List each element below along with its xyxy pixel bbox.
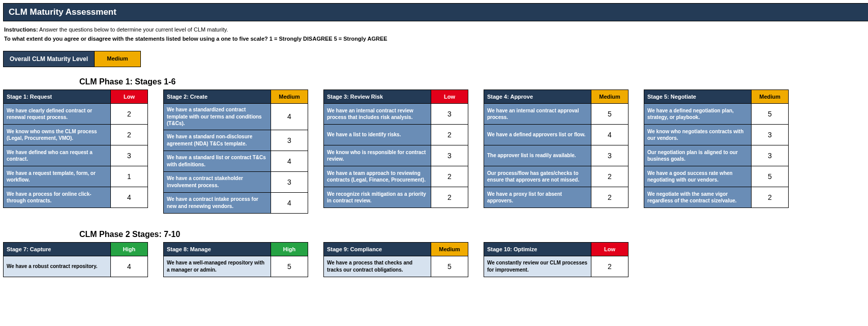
- stage-level-badge: Low: [431, 90, 468, 104]
- question-row: We recognize risk mitigation as a priori…: [324, 187, 468, 208]
- question-text: We have clearly defined contract or rene…: [4, 104, 111, 124]
- question-text: We know who owns the CLM process (Legal,…: [4, 125, 111, 145]
- stage-name: Stage 8: Manage: [164, 243, 271, 256]
- stage-name: Stage 9: Compliance: [324, 243, 431, 256]
- question-text: We have a defined negotiation plan, stra…: [644, 104, 752, 124]
- question-value[interactable]: 2: [111, 125, 147, 145]
- question-value[interactable]: 3: [271, 130, 308, 151]
- question-value[interactable]: 4: [111, 187, 147, 208]
- question-row: We have an internal contract review proc…: [324, 104, 468, 125]
- stage-card: Stage 9: ComplianceMediumWe have a proce…: [323, 242, 468, 277]
- stage-name: Stage 3: Review Risk: [324, 90, 431, 104]
- question-value[interactable]: 4: [271, 104, 308, 130]
- question-value[interactable]: 3: [431, 104, 468, 124]
- stage-name: Stage 2: Create: [164, 90, 271, 104]
- question-text: We have a contract intake process for ne…: [164, 193, 271, 213]
- question-value[interactable]: 2: [431, 187, 468, 208]
- question-text: We know who is responsible for contract …: [324, 145, 431, 166]
- question-row: Our process/flow has gates/checks to ens…: [484, 166, 628, 187]
- question-value[interactable]: 2: [591, 166, 628, 187]
- question-row: We have a contract stakeholder involveme…: [164, 172, 308, 193]
- stage-card: Stage 7: CaptureHighWe have a robust con…: [3, 242, 148, 277]
- question-row: We have a contract intake process for ne…: [164, 193, 308, 213]
- question-value[interactable]: 3: [591, 145, 628, 166]
- instructions-label: Instructions:: [4, 26, 38, 33]
- question-value[interactable]: 5: [271, 256, 308, 277]
- stage-level-badge: Low: [591, 243, 628, 256]
- question-text: The approver list is readily available.: [484, 145, 591, 166]
- question-value[interactable]: 2: [591, 256, 628, 277]
- question-row: We know who negotiates contracts with ou…: [644, 125, 788, 145]
- phase1-row: Stage 1: RequestLowWe have clearly defin…: [3, 90, 868, 214]
- stage-level-badge: Low: [111, 90, 147, 104]
- question-row: We have an internal contract approval pr…: [484, 104, 628, 125]
- question-value[interactable]: 4: [591, 125, 628, 145]
- overall-maturity: Overall CLM Maturity Level Medium: [3, 51, 141, 67]
- question-value[interactable]: 3: [752, 145, 788, 166]
- question-row: We have defined who can request a contra…: [4, 145, 147, 166]
- question-value[interactable]: 4: [271, 151, 308, 171]
- stage-level-badge: Medium: [271, 90, 308, 104]
- question-value[interactable]: 2: [431, 166, 468, 187]
- question-text: Our negotiation plan is aligned to our b…: [644, 145, 752, 166]
- question-text: We have defined who can request a contra…: [4, 145, 111, 166]
- stage-name: Stage 1: Request: [4, 90, 111, 104]
- question-text: We have a contract stakeholder involveme…: [164, 172, 271, 192]
- question-text: We have a list to identify risks.: [324, 125, 431, 145]
- question-value[interactable]: 5: [752, 104, 788, 124]
- question-row: We have a process for online click-throu…: [4, 187, 147, 208]
- question-text: We have a standard non-disclosure agreem…: [164, 130, 271, 151]
- question-value[interactable]: 3: [111, 145, 147, 166]
- question-value[interactable]: 5: [752, 166, 788, 187]
- scale-question: To what extent do you agree or disagree …: [4, 36, 868, 42]
- question-row: We have a team approach to reviewing con…: [324, 166, 468, 187]
- question-row: We have clearly defined contract or rene…: [4, 104, 147, 125]
- stage-level-badge: High: [111, 243, 147, 256]
- question-row: The approver list is readily available.3: [484, 145, 628, 166]
- question-row: We have a list to identify risks.2: [324, 125, 468, 145]
- question-value[interactable]: 3: [431, 145, 468, 166]
- question-value[interactable]: 3: [752, 125, 788, 145]
- question-text: We have a team approach to reviewing con…: [324, 166, 431, 187]
- question-text: We have a good success rate when negotia…: [644, 166, 752, 187]
- question-row: We have a proxy list for absent approver…: [484, 187, 628, 208]
- question-value[interactable]: 2: [111, 104, 147, 124]
- phase2-row: Stage 7: CaptureHighWe have a robust con…: [3, 242, 868, 277]
- question-row: We have a standard list or contract T&Cs…: [164, 151, 308, 172]
- question-text: Our process/flow has gates/checks to ens…: [484, 166, 591, 187]
- question-text: We have a robust contract repository.: [4, 256, 111, 277]
- question-row: We constantly review our CLM processes f…: [484, 256, 628, 277]
- question-text: We have a defined approvers list or flow…: [484, 125, 591, 145]
- stage-name: Stage 10: Optimize: [484, 243, 591, 256]
- question-value[interactable]: 4: [111, 256, 147, 277]
- stage-card: Stage 2: CreateMediumWe have a standardi…: [163, 90, 308, 214]
- question-value[interactable]: 2: [752, 187, 788, 208]
- stage-name: Stage 5: Negotiate: [644, 90, 752, 104]
- stage-name: Stage 7: Capture: [4, 243, 111, 256]
- question-value[interactable]: 3: [271, 172, 308, 192]
- stage-card: Stage 10: OptimizeLowWe constantly revie…: [484, 242, 628, 277]
- question-text: We have a process that checks and tracks…: [324, 256, 431, 277]
- question-value[interactable]: 4: [271, 193, 308, 213]
- question-row: We negotiate with the same vigor regardl…: [644, 187, 788, 208]
- question-row: We have a well-managed repository with a…: [164, 256, 308, 277]
- question-row: We have a standardized contract template…: [164, 104, 308, 130]
- question-value[interactable]: 5: [591, 104, 628, 124]
- question-text: We have a well-managed repository with a…: [164, 256, 271, 277]
- question-text: We recognize risk mitigation as a priori…: [324, 187, 431, 208]
- question-row: We have a defined approvers list or flow…: [484, 125, 628, 145]
- question-value[interactable]: 2: [591, 187, 628, 208]
- question-text: We have a request template, form, or wor…: [4, 166, 111, 187]
- question-text: We have a standard list or contract T&Cs…: [164, 151, 271, 171]
- question-value[interactable]: 5: [431, 256, 468, 277]
- question-row: We have a standard non-disclosure agreem…: [164, 130, 308, 151]
- question-value[interactable]: 1: [111, 166, 147, 187]
- question-value[interactable]: 2: [431, 125, 468, 145]
- question-row: We know who owns the CLM process (Legal,…: [4, 125, 147, 145]
- stage-card: Stage 5: NegotiateMediumWe have a define…: [644, 90, 789, 208]
- overall-badge: Medium: [95, 51, 140, 67]
- question-text: We have a standardized contract template…: [164, 104, 271, 130]
- question-row: We have a process that checks and tracks…: [324, 256, 468, 277]
- instructions-text: Answer the questions below to determine …: [38, 26, 228, 33]
- question-row: We know who is responsible for contract …: [324, 145, 468, 166]
